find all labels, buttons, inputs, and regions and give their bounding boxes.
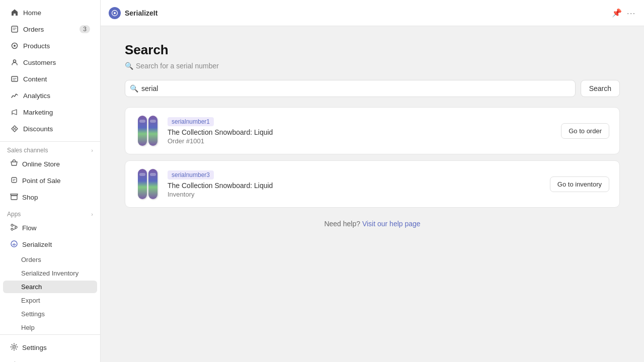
apps-chevron[interactable]: › bbox=[91, 211, 93, 217]
result-action: Go to order bbox=[561, 123, 609, 139]
svg-point-8 bbox=[11, 224, 13, 226]
sidebar-nav: Home Orders 3 Products Customers Conte bbox=[0, 0, 100, 142]
result-product: The Collection Snowboard: Liquid bbox=[168, 128, 553, 136]
result-meta: Inventory bbox=[168, 191, 542, 198]
page-title: Search bbox=[125, 42, 620, 58]
serializeit-icon bbox=[10, 240, 18, 249]
svg-point-3 bbox=[14, 60, 16, 62]
search-input[interactable] bbox=[125, 80, 576, 97]
sidebar-sub-orders[interactable]: Orders bbox=[3, 253, 97, 266]
sidebar-bottom: Settings Developer Console i Non-transfe… bbox=[0, 334, 100, 362]
result-info: serialnumber3 The Collection Snowboard: … bbox=[168, 170, 542, 198]
home-icon bbox=[10, 8, 19, 17]
result-info: serialnumber1 The Collection Snowboard: … bbox=[168, 117, 553, 145]
sidebar-item-flow[interactable]: Flow bbox=[3, 220, 97, 236]
sidebar-item-shop[interactable]: Shop bbox=[3, 190, 97, 205]
sidebar-item-online-store[interactable]: Online Store bbox=[3, 156, 97, 172]
flow-icon bbox=[10, 223, 18, 233]
results-container: serialnumber1 The Collection Snowboard: … bbox=[125, 107, 620, 208]
online-store-icon bbox=[10, 159, 18, 169]
sidebar-sub-help[interactable]: Help bbox=[3, 321, 97, 334]
svg-point-2 bbox=[14, 45, 16, 47]
sales-channels-chevron[interactable]: › bbox=[91, 147, 93, 153]
result-product: The Collection Snowboard: Liquid bbox=[168, 182, 542, 190]
sidebar-item-customers[interactable]: Customers bbox=[3, 54, 97, 70]
discounts-icon bbox=[10, 124, 19, 133]
products-icon bbox=[10, 41, 19, 50]
pin-icon[interactable]: 📌 bbox=[612, 8, 622, 18]
topbar-title: SerializeIt bbox=[125, 9, 157, 17]
sidebar-item-analytics[interactable]: Analytics bbox=[3, 87, 97, 104]
pos-icon bbox=[10, 176, 18, 186]
svg-point-6 bbox=[15, 129, 16, 130]
more-button[interactable]: ··· bbox=[627, 9, 636, 17]
svg-point-13 bbox=[13, 346, 16, 348]
topbar: SerializeIt 📌 ··· bbox=[101, 0, 644, 26]
svg-rect-4 bbox=[12, 76, 18, 81]
sidebar-sub-search[interactable]: Search bbox=[3, 281, 97, 293]
sidebar-item-content[interactable]: Content bbox=[3, 71, 97, 87]
page-subtitle: 🔍 Search for a serial number bbox=[125, 62, 620, 70]
search-hint-icon: 🔍 bbox=[125, 62, 133, 70]
svg-point-10 bbox=[11, 228, 13, 230]
sidebar: Home Orders 3 Products Customers Conte bbox=[0, 0, 101, 362]
result-image bbox=[135, 169, 159, 199]
analytics-icon bbox=[10, 91, 19, 100]
search-row: 🔍 Search bbox=[125, 80, 620, 97]
search-input-wrap: 🔍 bbox=[125, 80, 576, 97]
sidebar-sub-serialized-inventory[interactable]: Serialized Inventory bbox=[3, 267, 97, 280]
sidebar-item-settings[interactable]: Settings bbox=[3, 339, 97, 356]
search-button[interactable]: Search bbox=[581, 80, 620, 97]
svg-point-15 bbox=[114, 12, 116, 14]
sidebar-item-products[interactable]: Products bbox=[3, 38, 97, 54]
help-row: Need help? Visit our help page bbox=[125, 220, 620, 228]
topbar-actions: 📌 ··· bbox=[612, 8, 636, 18]
sidebar-item-developer-console[interactable]: Developer Console bbox=[3, 356, 97, 362]
orders-badge: 3 bbox=[79, 25, 90, 33]
result-card: serialnumber1 The Collection Snowboard: … bbox=[125, 107, 620, 154]
serial-badge: serialnumber3 bbox=[168, 170, 214, 179]
content-icon bbox=[10, 74, 19, 83]
result-action: Go to inventory bbox=[550, 176, 609, 192]
sidebar-item-serializeit[interactable]: SerializeIt bbox=[3, 237, 97, 252]
orders-icon bbox=[10, 25, 19, 34]
search-icon: 🔍 bbox=[130, 84, 138, 93]
sidebar-item-discounts[interactable]: Discounts bbox=[3, 121, 97, 137]
sidebar-sub-export[interactable]: Export bbox=[3, 294, 97, 307]
page-content: Search 🔍 Search for a serial number 🔍 Se… bbox=[101, 26, 644, 362]
main-content: SerializeIt 📌 ··· Search 🔍 Search for a … bbox=[101, 0, 644, 362]
developer-icon bbox=[10, 360, 18, 362]
settings-icon bbox=[10, 343, 18, 352]
apps-label: Apps › bbox=[0, 206, 100, 220]
serial-badge: serialnumber1 bbox=[168, 117, 214, 126]
app-icon bbox=[109, 7, 121, 19]
sales-channels-label: Sales channels › bbox=[0, 142, 100, 156]
svg-point-12 bbox=[14, 243, 15, 244]
sidebar-item-point-of-sale[interactable]: Point of Sale bbox=[3, 173, 97, 189]
sidebar-item-home[interactable]: Home bbox=[3, 5, 97, 21]
svg-point-5 bbox=[13, 128, 14, 129]
customers-icon bbox=[10, 58, 19, 67]
sidebar-sub-settings[interactable]: Settings bbox=[3, 308, 97, 320]
result-meta: Order #1001 bbox=[168, 137, 553, 145]
svg-rect-7 bbox=[12, 177, 17, 183]
help-link[interactable]: Visit our help page bbox=[362, 220, 421, 228]
result-card: serialnumber3 The Collection Snowboard: … bbox=[125, 160, 620, 208]
result-image bbox=[135, 116, 159, 146]
svg-rect-0 bbox=[12, 26, 18, 32]
go-button[interactable]: Go to inventory bbox=[550, 176, 609, 192]
sidebar-item-marketing[interactable]: Marketing bbox=[3, 104, 97, 120]
go-button[interactable]: Go to order bbox=[561, 123, 609, 139]
sidebar-item-orders[interactable]: Orders 3 bbox=[3, 21, 97, 37]
marketing-icon bbox=[10, 108, 19, 117]
shop-icon bbox=[10, 193, 18, 202]
